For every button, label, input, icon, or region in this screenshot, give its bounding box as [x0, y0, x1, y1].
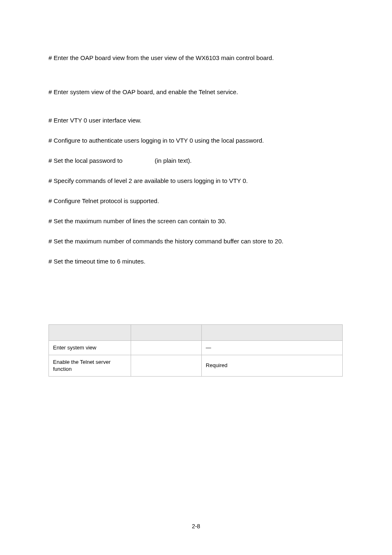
step-set-history-buffer-size: # Set the maximum number of commands the…: [48, 237, 343, 245]
table-cell-operation: Enable the Telnet server function: [49, 355, 131, 376]
spacer: [48, 211, 343, 217]
spacer: [48, 150, 343, 156]
step-enter-oap-board-view: # Enter the OAP board view from the user…: [48, 53, 343, 62]
spacer: [48, 68, 343, 88]
spacer: [48, 171, 343, 176]
step-specify-level-2-commands: # Specify commands of level 2 are availa…: [48, 176, 343, 185]
step-configure-auth-local-password: # Configure to authenticate users loggin…: [48, 136, 343, 145]
table-cell-command: [131, 341, 202, 355]
spacer: [48, 271, 343, 319]
step-set-max-screen-lines: # Set the maximum number of lines the sc…: [48, 217, 343, 225]
table-cell-command: [131, 355, 202, 376]
spacer: [48, 130, 343, 136]
table-header-cell: [131, 325, 202, 341]
table-row: Enable the Telnet server function Requir…: [49, 355, 343, 376]
step-set-local-password-prefix: # Set the local password to: [48, 157, 124, 164]
table-cell-remarks: Required: [201, 355, 342, 376]
step-configure-telnet-supported: # Configure Telnet protocol is supported…: [48, 197, 343, 205]
table-header-cell: [49, 325, 131, 341]
step-set-timeout: # Set the timeout time to 6 minutes.: [48, 257, 343, 266]
table-header-cell: [201, 325, 342, 341]
step-set-local-password: # Set the local password to (in plain te…: [48, 156, 343, 165]
step-enter-vty0-view: # Enter VTY 0 user interface view.: [48, 116, 343, 125]
config-table: Enter system view — Enable the Telnet se…: [48, 324, 343, 377]
step-enter-system-view-enable-telnet: # Enter system view of the OAP board, an…: [48, 88, 343, 96]
spacer: [48, 251, 343, 257]
table-cell-operation: Enter system view: [49, 341, 131, 355]
table-cell-remarks: —: [201, 341, 342, 355]
table-header-row: [49, 325, 343, 341]
table-row: Enter system view —: [49, 341, 343, 355]
page: # Enter the OAP board view from the user…: [0, 0, 392, 555]
spacer: [48, 191, 343, 197]
step-set-local-password-suffix: (in plain text).: [153, 157, 191, 164]
spacer: [48, 231, 343, 237]
spacer: [48, 102, 343, 116]
page-number: 2-8: [0, 523, 392, 530]
